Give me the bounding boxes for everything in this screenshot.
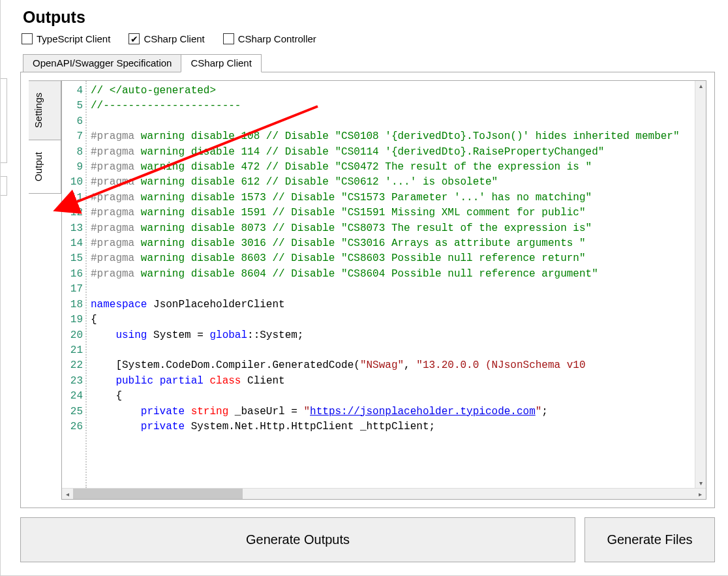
generate-outputs-button[interactable]: Generate Outputs bbox=[20, 517, 575, 562]
scroll-thumb[interactable] bbox=[73, 489, 243, 499]
checkbox-typescript-client[interactable]: TypeScript Client bbox=[22, 33, 110, 44]
output-tabs: OpenAPI/Swagger Specification CSharp Cli… bbox=[23, 53, 715, 72]
code-line: private string _baseUrl = "https://jsonp… bbox=[91, 404, 702, 419]
checkbox-box bbox=[22, 33, 33, 44]
scroll-right-arrow[interactable]: ▸ bbox=[695, 491, 706, 498]
vertical-scrollbar[interactable]: ▴ ▾ bbox=[695, 81, 706, 488]
code-line: [System.CodeDom.Compiler.GeneratedCode("… bbox=[91, 358, 702, 373]
output-checkbox-row: TypeScript Client ✔ CSharp Client CSharp… bbox=[22, 33, 715, 44]
line-number-gutter: 4567891011121314151617181920212223242526 bbox=[62, 81, 87, 488]
checkbox-csharp-client[interactable]: ✔ CSharp Client bbox=[129, 33, 204, 44]
code-area[interactable]: // </auto-generated>//------------------… bbox=[87, 81, 706, 488]
scroll-left-arrow[interactable]: ◂ bbox=[62, 491, 73, 498]
section-heading: Outputs bbox=[23, 8, 715, 27]
code-line: #pragma warning disable 3016 // Disable … bbox=[91, 236, 702, 251]
code-line: { bbox=[91, 312, 702, 327]
tab-openapi-spec[interactable]: OpenAPI/Swagger Specification bbox=[23, 54, 181, 72]
code-line: #pragma warning disable 472 // Disable "… bbox=[91, 160, 702, 175]
tab-csharp-client[interactable]: CSharp Client bbox=[181, 54, 261, 72]
generate-files-button[interactable]: Generate Files bbox=[584, 517, 715, 562]
code-line: #pragma warning disable 1591 // Disable … bbox=[91, 205, 702, 220]
outputs-panel: Outputs TypeScript Client ✔ CSharp Clien… bbox=[0, 0, 728, 576]
side-tab-settings[interactable]: Settings bbox=[29, 80, 61, 140]
button-row: Generate Outputs Generate Files bbox=[20, 517, 715, 562]
checkbox-label: TypeScript Client bbox=[37, 33, 110, 44]
scroll-down-arrow[interactable]: ▾ bbox=[699, 478, 703, 488]
code-line: #pragma warning disable 108 // Disable "… bbox=[91, 129, 702, 144]
scroll-up-arrow[interactable]: ▴ bbox=[699, 81, 703, 91]
code-line: //---------------------- bbox=[91, 99, 702, 114]
checkbox-box: ✔ bbox=[129, 33, 140, 44]
code-line: private System.Net.Http.HttpClient _http… bbox=[91, 419, 702, 434]
horizontal-scrollbar[interactable]: ◂ ▸ bbox=[62, 488, 706, 499]
code-line bbox=[91, 343, 702, 358]
checkbox-csharp-controller[interactable]: CSharp Controller bbox=[223, 33, 316, 44]
code-line: namespace JsonPlaceholderClient bbox=[91, 297, 702, 312]
code-line: #pragma warning disable 8073 // Disable … bbox=[91, 221, 702, 236]
scroll-track[interactable] bbox=[73, 489, 695, 499]
checkbox-label: CSharp Controller bbox=[238, 33, 316, 44]
left-border-stubs bbox=[1, 0, 7, 575]
code-line: #pragma warning disable 1573 // Disable … bbox=[91, 190, 702, 205]
code-line: { bbox=[91, 389, 702, 404]
code-editor[interactable]: 4567891011121314151617181920212223242526… bbox=[61, 80, 706, 500]
side-tab-output[interactable]: Output bbox=[29, 140, 61, 194]
side-tabs: Settings Output bbox=[29, 80, 61, 193]
code-line: using System = global::System; bbox=[91, 328, 702, 343]
code-line: public partial class Client bbox=[91, 374, 702, 389]
code-line: // </auto-generated> bbox=[91, 83, 702, 99]
checkbox-label: CSharp Client bbox=[144, 33, 204, 44]
checkbox-box bbox=[223, 33, 234, 44]
code-line bbox=[91, 282, 702, 297]
code-line: #pragma warning disable 612 // Disable "… bbox=[91, 175, 702, 190]
tab-panel: Settings Output 456789101112131415161718… bbox=[20, 72, 715, 508]
code-line: #pragma warning disable 8603 // Disable … bbox=[91, 251, 702, 266]
code-line bbox=[91, 114, 702, 129]
code-line: #pragma warning disable 8604 // Disable … bbox=[91, 267, 702, 282]
code-line: #pragma warning disable 114 // Disable "… bbox=[91, 145, 702, 160]
